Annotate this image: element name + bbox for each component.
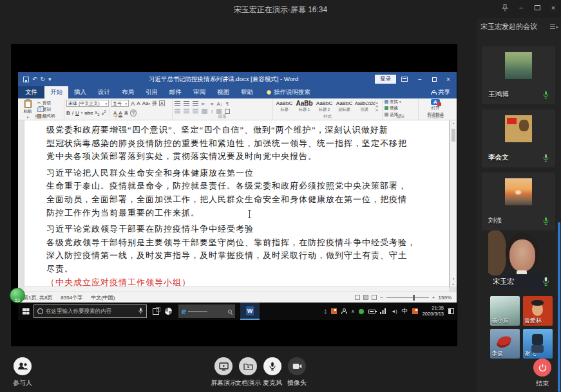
word-close-icon[interactable]: ×: [444, 76, 453, 83]
volume-icon[interactable]: ◄): [391, 309, 397, 313]
bullets-icon[interactable]: [175, 101, 180, 106]
replace-button[interactable]: 替换: [385, 106, 416, 111]
zoom-slider-thumb[interactable]: [413, 295, 415, 301]
zoom-out-icon[interactable]: −: [380, 295, 383, 301]
tab-file[interactable]: 文件: [18, 86, 44, 98]
news-search-widget[interactable]: e: [178, 304, 235, 318]
print-layout-icon[interactable]: [363, 295, 368, 300]
style-card[interactable]: AaBbC 标题 2: [315, 100, 334, 113]
show-marks-icon[interactable]: ¶: [226, 101, 229, 107]
notification-center-icon[interactable]: [448, 308, 454, 314]
participant-thumb[interactable]: 李俊: [490, 329, 520, 359]
shrink-font-icon[interactable]: A: [137, 100, 140, 106]
zoom-level[interactable]: 159%: [439, 295, 452, 301]
maximize-icon[interactable]: [532, 3, 542, 13]
copy-button[interactable]: 复制: [37, 107, 55, 113]
participant-thumb[interactable]: 杨小东: [490, 296, 520, 326]
share-button[interactable]: 共享: [431, 86, 457, 98]
participant-tile[interactable]: 李会文: [482, 109, 555, 167]
pinwheel-app-icon[interactable]: [165, 308, 172, 315]
grow-font-icon[interactable]: A: [131, 100, 135, 107]
change-case-icon[interactable]: Aa▾: [142, 100, 150, 106]
char-border-icon[interactable]: A: [159, 100, 165, 106]
increase-indent-icon[interactable]: ⇥: [209, 101, 214, 107]
page-indicator[interactable]: 第1页, 共8页: [23, 294, 52, 301]
battery-icon[interactable]: [368, 310, 376, 313]
style-card[interactable]: AaBbC 副标题: [335, 100, 354, 113]
redo-icon[interactable]: ↻: [41, 76, 46, 82]
font-size-combo[interactable]: 五号▾: [111, 100, 129, 107]
tab-help[interactable]: 帮助: [235, 86, 259, 98]
word-restore-icon[interactable]: [430, 77, 439, 82]
align-center-icon[interactable]: [184, 109, 189, 114]
justify-icon[interactable]: [202, 109, 207, 114]
read-mode-icon[interactable]: [355, 295, 360, 300]
customize-qat-icon[interactable]: ▾: [48, 76, 52, 82]
numbering-icon[interactable]: [184, 101, 189, 106]
tab-references[interactable]: 引用: [140, 86, 164, 98]
align-left-icon[interactable]: [175, 109, 180, 114]
ribbon-display-options-icon[interactable]: [401, 77, 410, 82]
meeting-tray-icon[interactable]: [412, 308, 418, 314]
pin-icon[interactable]: [500, 3, 510, 13]
styles-scroll[interactable]: ▴▾▾: [375, 100, 379, 113]
taskbar-clock[interactable]: 21:35 2020/3/13: [423, 306, 444, 317]
word-taskbar-icon[interactable]: W: [240, 303, 260, 320]
multilevel-list-icon[interactable]: [193, 101, 198, 106]
sort-icon[interactable]: A↓: [216, 101, 222, 107]
borders-icon[interactable]: [225, 109, 230, 114]
shading-icon[interactable]: [216, 109, 222, 114]
cut-button[interactable]: ✂剪切: [37, 100, 55, 106]
web-layout-icon[interactable]: [372, 295, 377, 300]
end-meeting-button[interactable]: 结束: [528, 359, 557, 388]
participant-video-tile[interactable]: 宋玉宏: [488, 227, 554, 290]
minimize-icon[interactable]: −: [516, 3, 526, 13]
tray-person-icon[interactable]: [341, 308, 347, 314]
camera-button[interactable]: 摄像头: [282, 357, 312, 387]
phonetic-guide-icon[interactable]: 拼: [152, 100, 157, 107]
participant-tile[interactable]: 刘强: [482, 173, 555, 230]
word-count[interactable]: 8354个字: [61, 294, 82, 301]
find-button[interactable]: 查找▾: [385, 99, 416, 105]
ime-indicator[interactable]: 中: [402, 307, 408, 315]
horizontal-scrollbar[interactable]: [24, 286, 449, 292]
tab-design[interactable]: 设计: [92, 86, 116, 98]
word-login-button[interactable]: 登录: [375, 75, 396, 84]
tab-insert[interactable]: 插入: [68, 86, 92, 98]
scroll-thumb[interactable]: [452, 129, 455, 142]
scroll-down-icon[interactable]: ▾: [450, 277, 457, 281]
document-area[interactable]: 级党委和政府要增强“四个意识”、坚定“四个自信”、做到“两个维护”，深刻认识做好…: [18, 120, 457, 292]
tab-review[interactable]: 审阅: [187, 86, 211, 98]
tray-green-icon[interactable]: [359, 309, 364, 314]
network-icon[interactable]: [380, 308, 386, 314]
tray-scroll-icons[interactable]: ∧∨: [325, 309, 327, 314]
tab-layout[interactable]: 布局: [116, 86, 140, 98]
word-minimize-icon[interactable]: −: [415, 76, 424, 83]
scroll-right-icon[interactable]: ▸: [450, 282, 457, 286]
participants-button[interactable]: 参与人: [8, 357, 37, 387]
decrease-indent-icon[interactable]: ⇤: [202, 101, 206, 107]
vertical-scrollbar[interactable]: ▴ ▾ ▸: [450, 120, 457, 286]
zoom-in-icon[interactable]: +: [432, 295, 435, 301]
task-view-icon[interactable]: [153, 308, 159, 315]
annotation-bubble[interactable]: 53: [10, 288, 25, 303]
undo-icon[interactable]: ↶: [32, 76, 37, 82]
scroll-up-icon[interactable]: ▴: [450, 121, 457, 125]
start-button[interactable]: [18, 308, 33, 315]
tab-home[interactable]: 开始: [44, 86, 68, 98]
taskbar-search-input[interactable]: 在这里输入你要搜索的内容: [33, 304, 147, 318]
tab-view[interactable]: 视图: [211, 86, 235, 98]
search-mic-icon[interactable]: [138, 308, 143, 315]
tell-me-search[interactable]: 操作说明搜索: [267, 86, 310, 98]
zoom-slider[interactable]: [386, 295, 429, 301]
sidebar-scrollbar[interactable]: [558, 222, 560, 392]
participant-thumb[interactable]: 谢飞: [523, 329, 553, 359]
layout-switch-icon[interactable]: ▸: [550, 24, 558, 30]
hidden-icons-chevron[interactable]: ∧: [351, 309, 354, 314]
close-icon[interactable]: ×: [548, 3, 558, 13]
style-card[interactable]: AaBbCcDd 强调: [355, 100, 374, 113]
align-right-icon[interactable]: [193, 109, 198, 114]
language-indicator[interactable]: 中文(中国): [91, 294, 115, 301]
participant-thumb[interactable]: 曾爱林: [523, 296, 553, 326]
share-indicator-icon[interactable]: [331, 308, 337, 314]
